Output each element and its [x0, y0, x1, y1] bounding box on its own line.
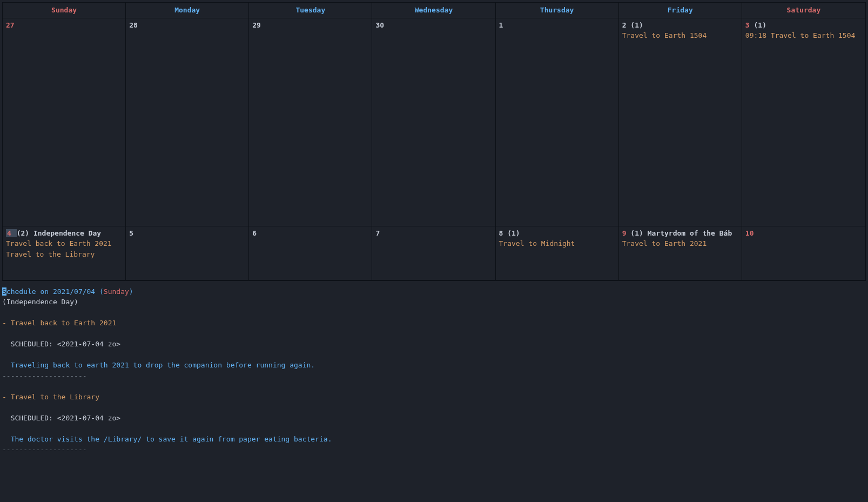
calendar-header-tuesday: Tuesday: [249, 3, 372, 18]
day-header-line: 28: [129, 20, 245, 31]
day-number: 30: [375, 21, 384, 29]
calendar-header-sunday: Sunday: [3, 3, 126, 18]
calendar-body: 2728293012 (1)Travel to Earth 15043 (1)0…: [3, 18, 865, 280]
day-number: 5: [129, 229, 133, 237]
day-header-line: 6: [252, 228, 368, 239]
schedule-subtitle: (Independence Day): [2, 297, 866, 307]
calendar-event[interactable]: Travel to Earth 2021: [622, 238, 738, 249]
schedule-item-scheduled: SCHEDULED: <2021-07-04 zo>: [2, 413, 866, 424]
day-number: 7: [375, 229, 380, 237]
schedule-item-scheduled: SCHEDULED: <2021-07-04 zo>: [2, 339, 866, 350]
schedule-items: - Travel back to Earth 2021 SCHEDULED: <…: [2, 307, 866, 455]
schedule-item-title[interactable]: - Travel back to Earth 2021: [2, 318, 866, 329]
calendar-header-monday: Monday: [126, 3, 249, 18]
calendar-day-cell[interactable]: 2 (1)Travel to Earth 1504: [619, 18, 742, 226]
day-number: 2: [622, 21, 627, 29]
schedule-title: Schedule on 2021/07/04 (Sunday): [2, 286, 866, 297]
day-header-line: 3 (1): [745, 20, 862, 31]
day-header-line: 4 (2) Independence Day: [6, 228, 122, 239]
schedule-panel: Schedule on 2021/07/04 (Sunday) (Indepen…: [0, 283, 868, 458]
day-header-line: 2 (1): [622, 20, 738, 31]
calendar-header-row: SundayMondayTuesdayWednesdayThursdayFrid…: [3, 3, 865, 18]
calendar-header-saturday: Saturday: [742, 3, 865, 18]
holiday-label: Martyrdom of the Báb: [648, 229, 732, 237]
calendar-header-wednesday: Wednesday: [372, 3, 495, 18]
calendar-grid: SundayMondayTuesdayWednesdayThursdayFrid…: [2, 2, 866, 281]
calendar-day-cell[interactable]: 27: [3, 18, 126, 226]
cursor: S: [2, 287, 6, 296]
schedule-item-title[interactable]: - Travel to the Library: [2, 392, 866, 403]
day-header-line: 8 (1): [499, 228, 615, 239]
calendar-event[interactable]: Travel to the Library: [6, 249, 122, 260]
calendar-day-cell[interactable]: 3 (1)09:18 Travel to Earth 1504: [742, 18, 865, 226]
day-header-line: 29: [252, 20, 368, 31]
day-header-line: 1: [499, 20, 615, 31]
day-header-line: 5: [129, 228, 245, 239]
day-header-line: 30: [375, 20, 492, 31]
calendar-day-cell[interactable]: 29: [249, 18, 372, 226]
calendar-day-cell[interactable]: 1: [496, 18, 619, 226]
calendar-event[interactable]: Travel to Earth 1504: [622, 30, 738, 41]
event-count: (1): [507, 229, 520, 237]
event-count: (1): [630, 229, 643, 237]
calendar-day-cell[interactable]: 7: [372, 226, 495, 280]
event-count: (2): [17, 229, 29, 237]
schedule-item-body: Traveling back to earth 2021 to drop the…: [2, 360, 866, 371]
event-count: (1): [630, 21, 643, 29]
day-number: 28: [129, 21, 138, 29]
day-number: 8: [499, 229, 503, 237]
schedule-divider: --------------------: [2, 444, 866, 455]
calendar-day-cell[interactable]: 28: [126, 18, 249, 226]
calendar-day-cell[interactable]: 8 (1)Travel to Midnight: [496, 226, 619, 280]
day-number: 29: [252, 21, 261, 29]
calendar-event[interactable]: Travel back to Earth 2021: [6, 238, 122, 249]
calendar-day-cell[interactable]: 4 (2) Independence DayTravel back to Ear…: [3, 226, 126, 280]
calendar-day-cell[interactable]: 30: [372, 18, 495, 226]
day-number: 10: [745, 229, 754, 237]
calendar-row: 2728293012 (1)Travel to Earth 15043 (1)0…: [3, 18, 865, 226]
day-header-line: 10: [745, 228, 862, 239]
schedule-item-body: The doctor visits the /Library/ to save …: [2, 434, 866, 445]
day-number: 3: [745, 21, 750, 29]
calendar-day-cell[interactable]: 6: [249, 226, 372, 280]
calendar-day-cell[interactable]: 10: [742, 226, 865, 280]
calendar-day-cell[interactable]: 9 (1) Martyrdom of the BábTravel to Eart…: [619, 226, 742, 280]
calendar-day-cell[interactable]: 5: [126, 226, 249, 280]
day-number: 4: [6, 229, 17, 237]
schedule-divider: --------------------: [2, 371, 866, 381]
day-number: 1: [499, 21, 503, 29]
calendar-event[interactable]: 09:18 Travel to Earth 1504: [745, 30, 862, 41]
day-number: 9: [622, 229, 627, 237]
day-number: 6: [252, 229, 257, 237]
event-count: (1): [754, 21, 766, 29]
holiday-label: Independence Day: [33, 229, 101, 237]
calendar-row: 4 (2) Independence DayTravel back to Ear…: [3, 226, 865, 280]
day-header-line: 9 (1) Martyrdom of the Báb: [622, 228, 738, 239]
calendar-event[interactable]: Travel to Midnight: [499, 238, 615, 249]
day-header-line: 7: [375, 228, 492, 239]
day-header-line: 27: [6, 20, 122, 31]
calendar-header-thursday: Thursday: [496, 3, 619, 18]
calendar-header-friday: Friday: [619, 3, 742, 18]
day-number: 27: [6, 21, 15, 29]
